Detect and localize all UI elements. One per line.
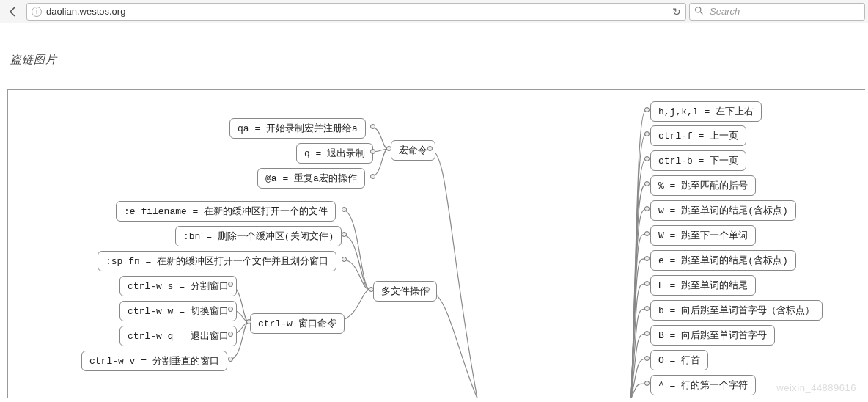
mindmap-leaf: @a = 重复a宏的操作	[257, 168, 365, 189]
url-text: daolian.westos.org	[46, 6, 125, 17]
connector-dot	[644, 331, 650, 336]
mindmap-leaf: e = 跳至单词的结尾(含标点)	[650, 250, 796, 271]
connector-dot	[644, 181, 650, 186]
svg-point-0	[696, 7, 701, 12]
connector-dot	[370, 149, 375, 154]
mindmap-leaf: ctrl-b = 下一页	[650, 150, 746, 171]
mindmap-leaf: E = 跳至单词的结尾	[650, 275, 756, 296]
connector-dot	[370, 124, 375, 129]
connector-dot	[386, 146, 391, 151]
mindmap-branch-ctrlw: ctrl-w 窗口命令	[250, 313, 345, 334]
watermark-text: weixin_44889616	[776, 382, 856, 393]
mindmap-leaf: W = 跳至下一个单词	[650, 225, 756, 246]
mindmap-leaf: w = 跳至单词的结尾(含标点)	[650, 200, 796, 221]
connector-dot	[644, 156, 650, 161]
browser-toolbar: i daolian.westos.org ↻	[0, 0, 868, 23]
url-bar[interactable]: i daolian.westos.org ↻	[26, 3, 686, 21]
connector-dot	[342, 257, 347, 262]
mindmap-leaf: q = 退出录制	[296, 143, 373, 164]
mindmap-leaf: B = 向后跳至单词首字母	[650, 325, 775, 346]
mindmap-leaf: :e filename = 在新的缓冲区打开一个的文件	[116, 201, 336, 222]
connector-dot	[427, 146, 433, 151]
connector-dot	[644, 231, 650, 236]
connector-dot	[644, 206, 650, 211]
reload-icon[interactable]: ↻	[672, 6, 681, 18]
mindmap-leaf: b = 向后跳至单词首字母（含标点）	[650, 300, 823, 321]
mindmap-leaf: ctrl-w s = 分割窗口	[119, 276, 237, 296]
mindmap-diagram: qa = 开始录制宏并注册给a q = 退出录制 @a = 重复a宏的操作 宏命…	[7, 89, 865, 398]
connector-dot	[331, 319, 336, 324]
back-button[interactable]	[3, 2, 23, 21]
search-input[interactable]	[708, 5, 860, 18]
connector-dot	[644, 256, 650, 261]
connector-dot	[228, 282, 233, 287]
connector-dot	[644, 381, 650, 386]
connector-dot	[644, 356, 650, 361]
page-caption: 盗链图片	[10, 53, 57, 67]
page-content: 盗链图片	[0, 23, 868, 402]
connector-dot	[424, 287, 430, 292]
mindmap-leaf: % = 跳至匹配的括号	[650, 175, 756, 196]
connector-dot	[342, 232, 347, 237]
info-icon: i	[32, 7, 42, 17]
mindmap-leaf: :bn = 删除一个缓冲区(关闭文件)	[175, 226, 342, 246]
connector-dot	[342, 207, 347, 212]
connector-dot	[246, 319, 251, 324]
connector-dot	[644, 281, 650, 286]
connector-dot	[228, 357, 233, 362]
mindmap-leaf: ^ = 行的第一个字符	[650, 375, 756, 395]
connector-dot	[644, 306, 650, 311]
connector-dot	[644, 131, 650, 136]
connector-dot	[370, 174, 375, 179]
connector-dot	[228, 307, 233, 312]
mindmap-leaf: :sp fn = 在新的缓冲区打开一个文件并且划分窗口	[98, 251, 336, 271]
mindmap-leaf: O = 行首	[650, 350, 708, 370]
mindmap-leaf: ctrl-w q = 退出窗口	[119, 326, 237, 346]
search-icon	[694, 6, 704, 18]
mindmap-leaf: ctrl-w w = 切换窗口	[119, 301, 237, 321]
connector-dot	[228, 332, 233, 337]
mindmap-leaf: ctrl-w v = 分割垂直的窗口	[81, 351, 227, 371]
connector-dot	[369, 287, 374, 292]
search-bar[interactable]	[689, 3, 865, 21]
mindmap-leaf: qa = 开始录制宏并注册给a	[229, 118, 366, 139]
connector-dot	[644, 107, 650, 112]
mindmap-leaf: h,j,k,l = 左下上右	[650, 101, 762, 122]
mindmap-leaf: ctrl-f = 上一页	[650, 125, 746, 146]
